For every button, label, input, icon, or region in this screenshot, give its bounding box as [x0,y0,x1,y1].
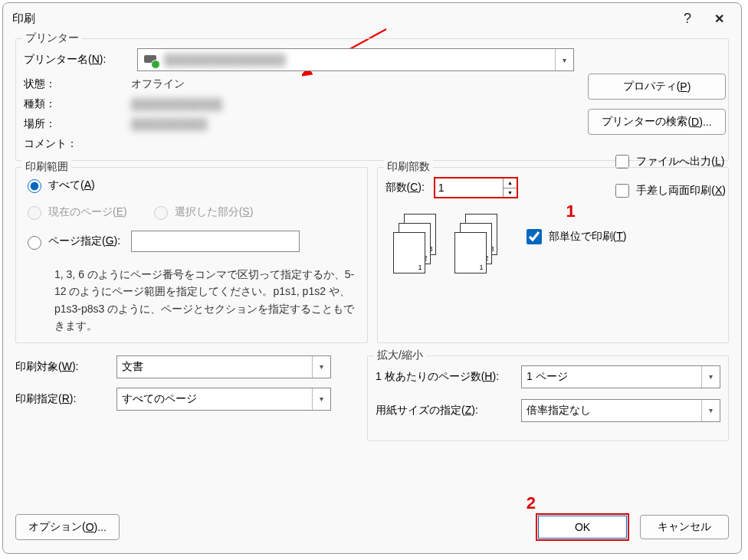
printer-group-title: プリンター [22,31,82,45]
range-pages-radio[interactable]: ページ指定(G): [24,231,359,252]
titlebar: 印刷 ? ✕ [3,3,741,34]
comment-label: コメント： [24,137,131,151]
pages-hint: 1, 3, 6 のようにページ番号をコンマで区切って指定するか、5-12 のよう… [24,263,359,335]
dialog-title: 印刷 [12,11,684,26]
print-dialog: 印刷 ? ✕ プリンター プリンター名(N): ████████████████… [2,2,742,554]
range-all-radio[interactable]: すべて(A) [24,177,95,193]
chevron-down-icon[interactable]: ▾ [555,49,573,70]
print-what-select[interactable]: 文書 ▾ [116,355,331,378]
printer-icon [143,52,159,67]
chevron-down-icon[interactable]: ▾ [312,388,330,410]
printer-name-label: プリンター名(N): [24,53,131,67]
cancel-button[interactable]: キャンセル [640,515,729,539]
copies-value: 1 [438,182,445,194]
collate-illustration: 3 2 1 3 2 1 [393,214,500,275]
copies-group: 印刷部数 部数(C): 1 ▲ ▼ 1 [377,167,730,343]
scale-to-paper-select[interactable]: 倍率指定なし ▾ [521,399,720,422]
range-group-title: 印刷範囲 [22,160,71,174]
print-range-group: 印刷範囲 すべて(A) 現在のページ(E) 選択した部分(S) [15,167,368,343]
help-icon[interactable]: ? [684,11,691,27]
printer-name-select[interactable]: ████████████████ ▾ [137,48,574,71]
copies-label: 部数(C): [385,181,425,195]
find-printer-button[interactable]: プリンターの検索(D)... [588,109,726,135]
copies-spinner[interactable]: 1 ▲ ▼ [434,177,518,198]
annotation-1: 1 [566,201,576,221]
chevron-down-icon[interactable]: ▾ [312,356,330,378]
pages-per-sheet-select[interactable]: 1 ページ ▾ [521,365,720,388]
scale-to-paper-label: 用紙サイズの指定(Z): [376,404,521,418]
chevron-down-icon[interactable]: ▾ [701,400,720,421]
printer-name-value: ████████████████ [164,54,286,66]
range-current-radio[interactable]: 現在のページ(E) [24,204,127,220]
zoom-group: 拡大/縮小 1 枚あたりのページ数(H): 1 ページ ▾ 用紙サイズの指定(Z… [367,355,729,441]
spinner-up-icon[interactable]: ▲ [504,178,517,188]
zoom-group-title: 拡大/縮小 [374,349,426,362]
copies-group-title: 印刷部数 [384,160,433,174]
pages-per-sheet-label: 1 枚あたりのページ数(H): [376,370,521,384]
annotation-2: 2 [527,493,536,513]
status-label: 状態： [24,77,131,91]
print-what-label: 印刷対象(W): [15,360,107,374]
collate-checkbox[interactable]: 部単位で印刷(T) [523,227,627,247]
spinner-down-icon[interactable]: ▼ [504,188,517,198]
print-spec-select[interactable]: すべてのページ ▾ [116,388,331,411]
properties-button[interactable]: プロパティ(P) [588,74,726,100]
chevron-down-icon[interactable]: ▾ [701,366,720,388]
range-selection-radio[interactable]: 選択した部分(S) [150,204,254,220]
pages-input[interactable] [131,231,300,252]
ok-button[interactable]: OK [536,513,629,541]
options-button[interactable]: オプション(O)... [15,514,120,540]
location-label: 場所： [24,117,131,131]
print-spec-label: 印刷指定(R): [15,392,107,406]
close-icon[interactable]: ✕ [714,11,724,26]
type-label: 種類： [24,97,131,111]
